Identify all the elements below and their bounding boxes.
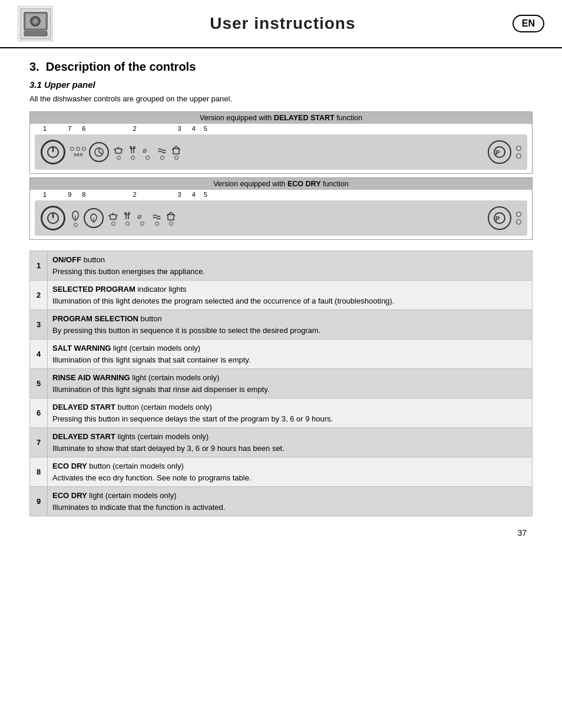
prog2-ind-1 (108, 211, 118, 226)
table-row: 7DELAYED START lights (certain models on… (30, 428, 533, 457)
diagram-eco-dry: Version equipped with ECO DRY function 1… (29, 177, 533, 240)
prog-ind-3: ⌀ (142, 145, 153, 160)
program-indicators-2: ⌀ (108, 211, 483, 226)
intro-paragraph: All the dishwasher controls are grouped … (29, 94, 533, 103)
num2-label-5: 5 (204, 191, 207, 198)
delayed-start-group: 369 (70, 142, 109, 162)
num-label-1: 1 (43, 125, 47, 132)
brand-logo (18, 6, 53, 41)
diagram1-panel: 369 (35, 134, 527, 170)
prog-ind-1 (114, 145, 123, 160)
delay-light-9h (82, 147, 86, 151)
diagram-delayed-start: Version equipped with DELAYED START func… (29, 111, 533, 174)
page-number: 37 (29, 528, 533, 538)
num-label-3: 3 (178, 125, 181, 132)
table-row: 5RINSE AID WARNING light (certain models… (30, 369, 533, 398)
item-description: ECO DRY button (certain models only)Acti… (48, 457, 533, 487)
prog-ind-5 (171, 145, 181, 160)
num-label-2: 2 (133, 125, 136, 132)
item-number: 8 (30, 457, 48, 487)
table-row: 8ECO DRY button (certain models only)Act… (30, 457, 533, 487)
svg-rect-28 (110, 215, 116, 219)
page-header: User instructions EN (0, 0, 562, 48)
item-number: 4 (30, 340, 48, 369)
item-number: 5 (30, 369, 48, 398)
svg-line-10 (99, 152, 102, 154)
diagram2-panel: ⌀ P (35, 200, 527, 236)
warning-lights (516, 146, 521, 159)
svg-text:P: P (495, 149, 500, 156)
eco-dry-light-icon (70, 210, 81, 227)
svg-text:P: P (495, 215, 500, 222)
salt-warning-light-2 (516, 212, 521, 217)
table-row: 3PROGRAM SELECTION buttonBy pressing thi… (30, 310, 533, 340)
item-description: SALT WARNING light (certain models only)… (48, 340, 533, 369)
language-badge: EN (513, 15, 544, 32)
prog-ind-4 (157, 145, 167, 160)
prog2-ind-5 (166, 211, 176, 226)
prog2-ind-4 (152, 211, 161, 226)
num-label-5: 5 (204, 125, 207, 132)
num2-label-2: 2 (133, 191, 136, 198)
program-select-btn-icon: P (488, 140, 511, 164)
item-number: 9 (30, 487, 48, 516)
prog-ind-2 (128, 145, 137, 160)
svg-text:⌀: ⌀ (137, 212, 141, 220)
svg-rect-38 (168, 215, 174, 220)
delayed-start-btn-icon (89, 142, 109, 162)
table-row: 9ECO DRY light (certain models only)Illu… (30, 487, 533, 516)
item-description: ON/OFF buttonPressing this button energi… (48, 251, 533, 281)
table-row: 6DELAYED START button (certain models on… (30, 398, 533, 428)
table-row: 4SALT WARNING light (certain models only… (30, 340, 533, 369)
prog2-ind-2 (123, 211, 132, 226)
num2-label-9: 9 (68, 191, 71, 198)
num-label-4: 4 (192, 125, 196, 132)
item-number: 3 (30, 310, 48, 340)
item-number: 1 (30, 251, 48, 281)
svg-rect-11 (115, 149, 121, 153)
item-number: 2 (30, 281, 48, 310)
program-select2-btn-icon: P (488, 206, 511, 230)
eco-dry-group (70, 208, 104, 228)
delayed-lights: 369 (70, 147, 86, 157)
delay-light-3h (70, 147, 74, 151)
diagram2-header: Version equipped with ECO DRY function (30, 178, 532, 190)
subsection-title: 3.1 Upper panel (29, 80, 533, 90)
svg-text:⌀: ⌀ (143, 146, 147, 154)
page-title: User instructions (210, 14, 355, 33)
item-description: RINSE AID WARNING light (certain models … (48, 369, 533, 398)
section-title: 3. Description of the controls (29, 60, 533, 74)
item-description: SELECTED PROGRAM indicator lightsIllumin… (48, 281, 533, 310)
power-button-icon (41, 140, 65, 164)
diagrams-container: Version equipped with DELAYED START func… (29, 111, 533, 240)
prog2-ind-3: ⌀ (137, 211, 147, 226)
num2-label-4: 4 (192, 191, 196, 198)
power-button2-icon (41, 206, 65, 230)
rinse-warning-light (516, 153, 521, 159)
description-table: 1ON/OFF buttonPressing this button energ… (29, 251, 533, 516)
diagram1-header: Version equipped with DELAYED START func… (30, 112, 532, 124)
svg-point-4 (33, 19, 38, 24)
delay-light-6h (76, 147, 80, 151)
item-description: DELAYED START lights (certain models onl… (48, 428, 533, 457)
rinse-warning-light-2 (516, 219, 521, 225)
warning-lights-2 (516, 212, 521, 225)
item-number: 7 (30, 428, 48, 457)
main-content: 3. Description of the controls 3.1 Upper… (0, 54, 562, 555)
salt-warning-light (516, 146, 521, 151)
item-description: PROGRAM SELECTION buttonBy pressing this… (48, 310, 533, 340)
num-label-7: 7 (68, 125, 71, 132)
svg-rect-21 (173, 149, 179, 154)
table-row: 1ON/OFF buttonPressing this button energ… (30, 251, 533, 281)
item-number: 6 (30, 398, 48, 428)
num2-label-8: 8 (82, 191, 85, 198)
table-row: 2SELECTED PROGRAM indicator lightsIllumi… (30, 281, 533, 310)
eco-dry-btn-icon (84, 208, 104, 228)
num-label-6: 6 (82, 125, 85, 132)
svg-rect-5 (24, 31, 47, 36)
program-indicators: ⌀ (114, 145, 483, 160)
item-description: ECO DRY light (certain models only)Illum… (48, 487, 533, 516)
num2-label-3: 3 (178, 191, 181, 198)
delay-numbers: 369 (74, 152, 82, 157)
item-description: DELAYED START button (certain models onl… (48, 398, 533, 428)
